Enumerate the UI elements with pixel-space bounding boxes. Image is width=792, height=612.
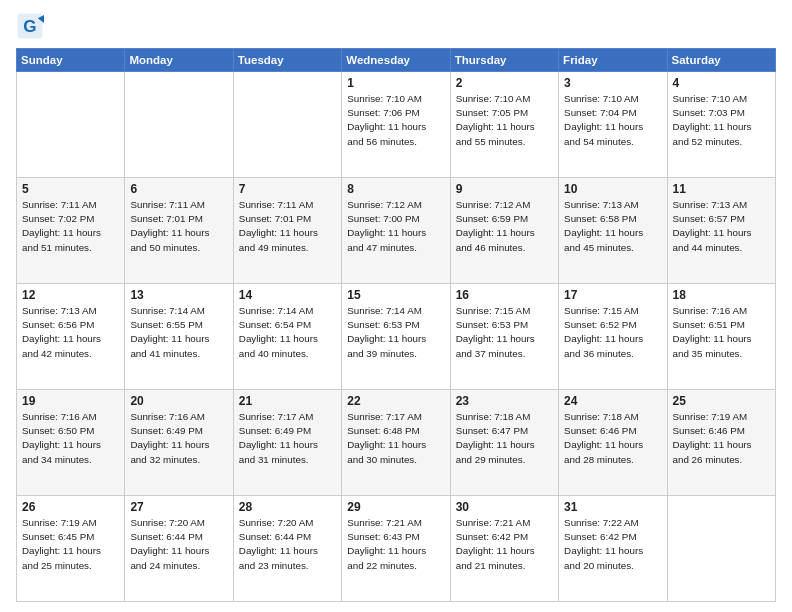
calendar: SundayMondayTuesdayWednesdayThursdayFrid…: [16, 48, 776, 602]
day-number: 23: [456, 394, 553, 408]
day-info: Sunrise: 7:15 AM Sunset: 6:53 PM Dayligh…: [456, 304, 553, 361]
day-info: Sunrise: 7:13 AM Sunset: 6:56 PM Dayligh…: [22, 304, 119, 361]
day-number: 10: [564, 182, 661, 196]
calendar-cell: 30Sunrise: 7:21 AM Sunset: 6:42 PM Dayli…: [450, 496, 558, 602]
calendar-cell: 19Sunrise: 7:16 AM Sunset: 6:50 PM Dayli…: [17, 390, 125, 496]
day-info: Sunrise: 7:12 AM Sunset: 6:59 PM Dayligh…: [456, 198, 553, 255]
day-info: Sunrise: 7:19 AM Sunset: 6:45 PM Dayligh…: [22, 516, 119, 573]
day-info: Sunrise: 7:21 AM Sunset: 6:43 PM Dayligh…: [347, 516, 444, 573]
calendar-cell: 25Sunrise: 7:19 AM Sunset: 6:46 PM Dayli…: [667, 390, 775, 496]
calendar-cell: 26Sunrise: 7:19 AM Sunset: 6:45 PM Dayli…: [17, 496, 125, 602]
day-number: 28: [239, 500, 336, 514]
day-number: 26: [22, 500, 119, 514]
calendar-week-row: 19Sunrise: 7:16 AM Sunset: 6:50 PM Dayli…: [17, 390, 776, 496]
day-info: Sunrise: 7:11 AM Sunset: 7:01 PM Dayligh…: [130, 198, 227, 255]
day-info: Sunrise: 7:14 AM Sunset: 6:53 PM Dayligh…: [347, 304, 444, 361]
calendar-cell: 14Sunrise: 7:14 AM Sunset: 6:54 PM Dayli…: [233, 284, 341, 390]
day-number: 3: [564, 76, 661, 90]
calendar-week-row: 5Sunrise: 7:11 AM Sunset: 7:02 PM Daylig…: [17, 178, 776, 284]
calendar-cell: 10Sunrise: 7:13 AM Sunset: 6:58 PM Dayli…: [559, 178, 667, 284]
day-info: Sunrise: 7:13 AM Sunset: 6:57 PM Dayligh…: [673, 198, 770, 255]
calendar-cell: 7Sunrise: 7:11 AM Sunset: 7:01 PM Daylig…: [233, 178, 341, 284]
day-info: Sunrise: 7:15 AM Sunset: 6:52 PM Dayligh…: [564, 304, 661, 361]
calendar-week-row: 12Sunrise: 7:13 AM Sunset: 6:56 PM Dayli…: [17, 284, 776, 390]
day-number: 6: [130, 182, 227, 196]
day-number: 20: [130, 394, 227, 408]
day-number: 17: [564, 288, 661, 302]
calendar-cell: [17, 72, 125, 178]
day-number: 15: [347, 288, 444, 302]
calendar-week-row: 1Sunrise: 7:10 AM Sunset: 7:06 PM Daylig…: [17, 72, 776, 178]
page: G SundayMondayTuesdayWednesdayThursdayFr…: [0, 0, 792, 612]
calendar-cell: 18Sunrise: 7:16 AM Sunset: 6:51 PM Dayli…: [667, 284, 775, 390]
day-number: 11: [673, 182, 770, 196]
calendar-week-row: 26Sunrise: 7:19 AM Sunset: 6:45 PM Dayli…: [17, 496, 776, 602]
calendar-cell: 20Sunrise: 7:16 AM Sunset: 6:49 PM Dayli…: [125, 390, 233, 496]
day-info: Sunrise: 7:11 AM Sunset: 7:02 PM Dayligh…: [22, 198, 119, 255]
day-info: Sunrise: 7:10 AM Sunset: 7:04 PM Dayligh…: [564, 92, 661, 149]
day-number: 1: [347, 76, 444, 90]
calendar-cell: [125, 72, 233, 178]
weekday-header-wednesday: Wednesday: [342, 49, 450, 72]
calendar-cell: 9Sunrise: 7:12 AM Sunset: 6:59 PM Daylig…: [450, 178, 558, 284]
day-number: 25: [673, 394, 770, 408]
calendar-cell: 5Sunrise: 7:11 AM Sunset: 7:02 PM Daylig…: [17, 178, 125, 284]
calendar-cell: [233, 72, 341, 178]
calendar-cell: 4Sunrise: 7:10 AM Sunset: 7:03 PM Daylig…: [667, 72, 775, 178]
day-info: Sunrise: 7:18 AM Sunset: 6:46 PM Dayligh…: [564, 410, 661, 467]
day-info: Sunrise: 7:18 AM Sunset: 6:47 PM Dayligh…: [456, 410, 553, 467]
day-number: 19: [22, 394, 119, 408]
calendar-cell: 3Sunrise: 7:10 AM Sunset: 7:04 PM Daylig…: [559, 72, 667, 178]
weekday-header-tuesday: Tuesday: [233, 49, 341, 72]
day-info: Sunrise: 7:13 AM Sunset: 6:58 PM Dayligh…: [564, 198, 661, 255]
day-number: 5: [22, 182, 119, 196]
calendar-cell: 13Sunrise: 7:14 AM Sunset: 6:55 PM Dayli…: [125, 284, 233, 390]
calendar-cell: 16Sunrise: 7:15 AM Sunset: 6:53 PM Dayli…: [450, 284, 558, 390]
day-number: 18: [673, 288, 770, 302]
calendar-cell: 23Sunrise: 7:18 AM Sunset: 6:47 PM Dayli…: [450, 390, 558, 496]
calendar-cell: 22Sunrise: 7:17 AM Sunset: 6:48 PM Dayli…: [342, 390, 450, 496]
svg-text:G: G: [23, 17, 36, 36]
calendar-cell: 29Sunrise: 7:21 AM Sunset: 6:43 PM Dayli…: [342, 496, 450, 602]
calendar-cell: 15Sunrise: 7:14 AM Sunset: 6:53 PM Dayli…: [342, 284, 450, 390]
weekday-header-saturday: Saturday: [667, 49, 775, 72]
day-number: 22: [347, 394, 444, 408]
calendar-cell: 17Sunrise: 7:15 AM Sunset: 6:52 PM Dayli…: [559, 284, 667, 390]
logo-icon: G: [16, 12, 44, 40]
day-number: 7: [239, 182, 336, 196]
day-number: 13: [130, 288, 227, 302]
calendar-cell: 11Sunrise: 7:13 AM Sunset: 6:57 PM Dayli…: [667, 178, 775, 284]
day-info: Sunrise: 7:10 AM Sunset: 7:03 PM Dayligh…: [673, 92, 770, 149]
day-info: Sunrise: 7:20 AM Sunset: 6:44 PM Dayligh…: [130, 516, 227, 573]
calendar-cell: 28Sunrise: 7:20 AM Sunset: 6:44 PM Dayli…: [233, 496, 341, 602]
day-number: 8: [347, 182, 444, 196]
day-number: 4: [673, 76, 770, 90]
calendar-cell: 24Sunrise: 7:18 AM Sunset: 6:46 PM Dayli…: [559, 390, 667, 496]
day-number: 21: [239, 394, 336, 408]
calendar-cell: 1Sunrise: 7:10 AM Sunset: 7:06 PM Daylig…: [342, 72, 450, 178]
calendar-cell: [667, 496, 775, 602]
day-info: Sunrise: 7:17 AM Sunset: 6:48 PM Dayligh…: [347, 410, 444, 467]
day-info: Sunrise: 7:16 AM Sunset: 6:49 PM Dayligh…: [130, 410, 227, 467]
day-number: 27: [130, 500, 227, 514]
header: G: [16, 12, 776, 40]
day-info: Sunrise: 7:19 AM Sunset: 6:46 PM Dayligh…: [673, 410, 770, 467]
day-info: Sunrise: 7:10 AM Sunset: 7:06 PM Dayligh…: [347, 92, 444, 149]
day-number: 31: [564, 500, 661, 514]
calendar-cell: 12Sunrise: 7:13 AM Sunset: 6:56 PM Dayli…: [17, 284, 125, 390]
calendar-cell: 21Sunrise: 7:17 AM Sunset: 6:49 PM Dayli…: [233, 390, 341, 496]
day-info: Sunrise: 7:14 AM Sunset: 6:54 PM Dayligh…: [239, 304, 336, 361]
day-info: Sunrise: 7:16 AM Sunset: 6:51 PM Dayligh…: [673, 304, 770, 361]
day-info: Sunrise: 7:21 AM Sunset: 6:42 PM Dayligh…: [456, 516, 553, 573]
day-number: 9: [456, 182, 553, 196]
day-number: 29: [347, 500, 444, 514]
day-info: Sunrise: 7:17 AM Sunset: 6:49 PM Dayligh…: [239, 410, 336, 467]
day-info: Sunrise: 7:14 AM Sunset: 6:55 PM Dayligh…: [130, 304, 227, 361]
day-number: 12: [22, 288, 119, 302]
calendar-cell: 6Sunrise: 7:11 AM Sunset: 7:01 PM Daylig…: [125, 178, 233, 284]
weekday-header-thursday: Thursday: [450, 49, 558, 72]
day-info: Sunrise: 7:16 AM Sunset: 6:50 PM Dayligh…: [22, 410, 119, 467]
day-number: 2: [456, 76, 553, 90]
day-info: Sunrise: 7:22 AM Sunset: 6:42 PM Dayligh…: [564, 516, 661, 573]
logo: G: [16, 12, 48, 40]
